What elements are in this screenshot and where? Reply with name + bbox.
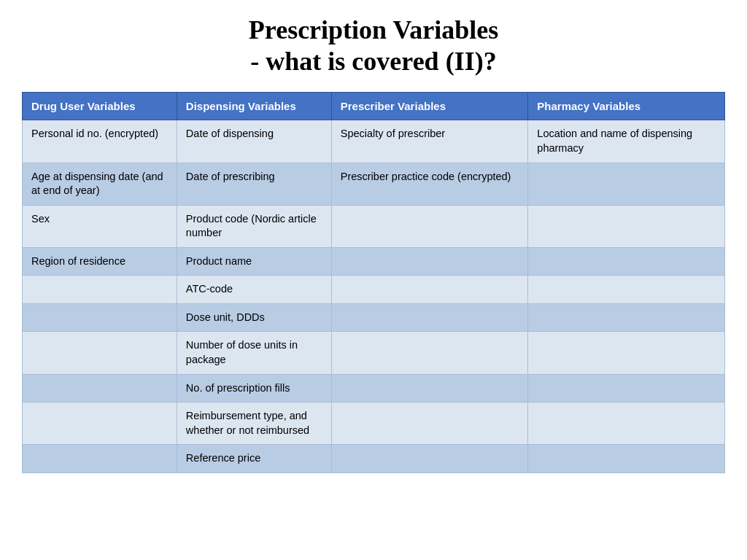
- cell-row6-col1: Number of dose units in package: [177, 332, 331, 374]
- prescription-variables-table: Drug User Variables Dispensing Variables…: [22, 92, 725, 472]
- table-row: ATC-code: [23, 276, 725, 304]
- page-title: Prescription Variables - what is covered…: [249, 15, 498, 77]
- cell-row2-col3: [528, 205, 725, 247]
- cell-row3-col3: [528, 247, 725, 276]
- cell-row5-col2: [331, 303, 528, 332]
- cell-row9-col3: [528, 445, 725, 473]
- header-dispensing: Dispensing Variables: [177, 93, 331, 120]
- table-row: Region of residenceProduct name: [23, 247, 725, 276]
- cell-row6-col2: [331, 332, 528, 374]
- cell-row5-col1: Dose unit, DDDs: [177, 303, 331, 332]
- cell-row0-col3: Location and name of dispensing pharmacy: [528, 120, 725, 163]
- cell-row3-col0: Region of residence: [23, 247, 177, 276]
- cell-row7-col3: [528, 374, 725, 402]
- table-row: No. of prescription fills: [23, 374, 725, 402]
- header-prescriber: Prescriber Variables: [331, 93, 528, 120]
- cell-row2-col2: [331, 205, 528, 247]
- cell-row9-col2: [331, 445, 528, 473]
- cell-row0-col2: Specialty of prescriber: [331, 120, 528, 163]
- cell-row8-col2: [331, 402, 528, 445]
- cell-row8-col0: [23, 402, 177, 445]
- cell-row6-col0: [23, 332, 177, 374]
- cell-row2-col1: Product code (Nordic article number: [177, 205, 331, 247]
- cell-row0-col0: Personal id no. (encrypted): [23, 120, 177, 163]
- table-row: Reimbursement type, and whether or not r…: [23, 402, 725, 445]
- table-row: Age at dispensing date (and at end of ye…: [23, 163, 725, 205]
- cell-row9-col0: [23, 445, 177, 473]
- main-table-container: Drug User Variables Dispensing Variables…: [22, 92, 725, 472]
- cell-row7-col0: [23, 374, 177, 402]
- cell-row1-col0: Age at dispensing date (and at end of ye…: [23, 163, 177, 205]
- cell-row8-col1: Reimbursement type, and whether or not r…: [177, 402, 331, 445]
- cell-row1-col2: Prescriber practice code (encrypted): [331, 163, 528, 205]
- cell-row3-col1: Product name: [177, 247, 331, 276]
- cell-row1-col1: Date of prescribing: [177, 163, 331, 205]
- cell-row5-col0: [23, 303, 177, 332]
- cell-row7-col2: [331, 374, 528, 402]
- cell-row8-col3: [528, 402, 725, 445]
- table-row: Number of dose units in package: [23, 332, 725, 374]
- cell-row4-col3: [528, 276, 725, 304]
- cell-row2-col0: Sex: [23, 205, 177, 247]
- cell-row0-col1: Date of dispensing: [177, 120, 331, 163]
- cell-row3-col2: [331, 247, 528, 276]
- cell-row5-col3: [528, 303, 725, 332]
- cell-row4-col1: ATC-code: [177, 276, 331, 304]
- cell-row7-col1: No. of prescription fills: [177, 374, 331, 402]
- header-pharmacy: Pharmacy Variables: [528, 93, 725, 120]
- table-row: Reference price: [23, 445, 725, 473]
- header-drug-user: Drug User Variables: [23, 93, 177, 120]
- cell-row4-col2: [331, 276, 528, 304]
- table-row: Dose unit, DDDs: [23, 303, 725, 332]
- table-row: Personal id no. (encrypted)Date of dispe…: [23, 120, 725, 163]
- cell-row4-col0: [23, 276, 177, 304]
- table-header-row: Drug User Variables Dispensing Variables…: [23, 93, 725, 120]
- cell-row9-col1: Reference price: [177, 445, 331, 473]
- table-row: SexProduct code (Nordic article number: [23, 205, 725, 247]
- cell-row6-col3: [528, 332, 725, 374]
- cell-row1-col3: [528, 163, 725, 205]
